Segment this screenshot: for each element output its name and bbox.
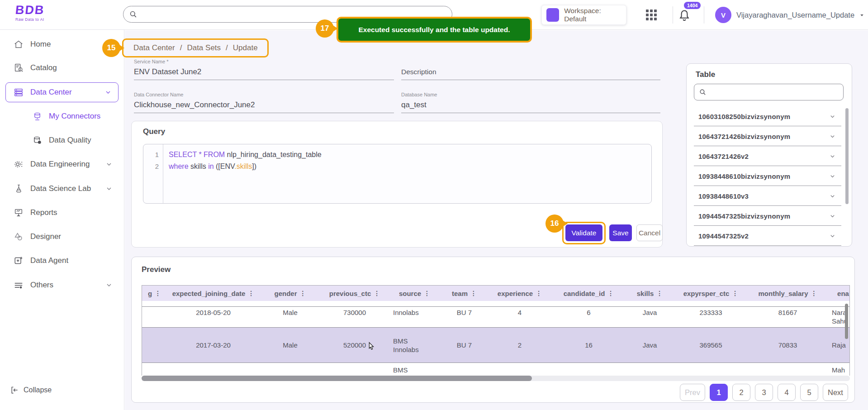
sql-editor[interactable]: 1 2 SELECT * FROM nlp_hiring_data_testin… — [143, 144, 652, 204]
sidebar-item-label: My Connectors — [49, 112, 100, 121]
column-header[interactable]: experience⋮ — [488, 286, 551, 301]
table-row-highlighted[interactable]: 2017-03-20 Male 520000 BMS Innolabs BU 7… — [142, 328, 850, 363]
table-list-item[interactable]: 10643721426v2 — [687, 146, 846, 166]
sidebar-item-label: Home — [30, 40, 51, 49]
sidebar-item-designer[interactable]: Designer — [0, 227, 124, 247]
column-header[interactable]: source⋮ — [389, 286, 441, 301]
breadcrumb-data-center[interactable]: Data Center — [133, 43, 175, 52]
sidebar-item-others[interactable]: Others — [0, 275, 124, 295]
table-row[interactable]: 2018-05-20 Male 730000 Innolabs BU 7 4 6… — [142, 307, 850, 328]
topbar-divider — [704, 6, 704, 24]
partial-row-edge — [142, 301, 850, 307]
preview-table-header: g⋮ expected_joining_date⋮ gender⋮ previo… — [142, 286, 850, 301]
chevron-down-icon[interactable] — [829, 153, 836, 160]
service-name-field[interactable]: ENV Dataset June2 — [134, 67, 201, 76]
sql-line-2: where skills in ([ENV.skills]) — [169, 161, 651, 172]
table-list-item[interactable]: 10938448610v3 — [687, 186, 846, 206]
table-panel: Table 10603108250bizvizsynonym 106437214… — [686, 63, 852, 247]
table-list-item[interactable]: 10643721426bizvizsynonym — [687, 126, 846, 146]
sidebar-item-data-science-lab[interactable]: Data Science Lab — [0, 179, 124, 199]
cancel-button[interactable]: Cancel — [636, 224, 663, 241]
pagination-next-button[interactable]: Next — [823, 384, 848, 401]
chevron-down-icon[interactable] — [829, 133, 836, 140]
connectors-icon — [33, 112, 42, 121]
app-logo[interactable]: BDB Raw Data to AI — [15, 3, 74, 22]
sidebar: Home Catalog Data Center My Connectors D… — [0, 30, 124, 410]
data-connector-name-field[interactable]: Clickhouse_new_Connector_June2 — [134, 100, 255, 110]
column-header[interactable]: previous_ctc⋮ — [321, 286, 389, 301]
save-button[interactable]: Save — [609, 224, 632, 241]
pagination-page-5[interactable]: 5 — [800, 384, 818, 401]
pagination-page-2[interactable]: 2 — [732, 384, 750, 401]
user-menu[interactable]: Vijayaraghavan_Username_Update — [736, 0, 865, 30]
table-list-scrollbar[interactable] — [845, 108, 849, 204]
column-menu-icon[interactable]: ⋮ — [248, 290, 254, 297]
field-underline — [134, 80, 394, 80]
sidebar-item-reports[interactable]: Reports — [0, 203, 124, 223]
column-header[interactable]: expyrsper_ctc⋮ — [674, 286, 748, 301]
sidebar-item-data-center[interactable]: Data Center — [5, 82, 119, 102]
column-menu-icon[interactable]: ⋮ — [656, 290, 663, 297]
column-header[interactable]: candidate_id⋮ — [551, 286, 626, 301]
workspace-selector[interactable]: Workspace: Default — [541, 5, 626, 25]
chevron-down-icon[interactable] — [829, 173, 836, 180]
breadcrumb-separator: / — [180, 43, 182, 52]
sidebar-collapse-button[interactable]: Collapse — [10, 386, 52, 395]
column-header[interactable]: ena⋮ — [827, 286, 850, 301]
column-menu-icon[interactable]: ⋮ — [811, 290, 817, 297]
column-header[interactable]: g⋮ — [142, 286, 167, 301]
description-field[interactable]: Description — [401, 68, 436, 76]
chevron-down-icon[interactable] — [829, 193, 836, 200]
pagination-prev-button[interactable]: Prev — [680, 384, 705, 401]
column-header[interactable]: skills⋮ — [626, 286, 674, 301]
column-menu-icon[interactable]: ⋮ — [300, 290, 306, 297]
column-menu-icon[interactable]: ⋮ — [155, 290, 161, 297]
pagination-page-1[interactable]: 1 — [710, 384, 728, 401]
table-row-partial[interactable]: BMS Mah — [142, 363, 850, 376]
preview-vertical-scrollbar[interactable] — [845, 304, 848, 339]
flask-icon — [14, 184, 24, 194]
chevron-down-icon — [104, 89, 112, 96]
sidebar-item-catalog[interactable]: Catalog — [0, 58, 124, 78]
column-menu-icon[interactable]: ⋮ — [424, 290, 430, 297]
table-list-item[interactable]: 10938448610bizvizsynonym — [687, 166, 846, 186]
preview-horizontal-scrollbar-thumb[interactable] — [142, 376, 532, 381]
table-search[interactable] — [694, 84, 844, 100]
breadcrumb-update[interactable]: Update — [233, 43, 258, 52]
sidebar-item-label: Data Engineering — [30, 160, 90, 169]
column-menu-icon[interactable]: ⋮ — [470, 290, 477, 297]
table-list-item[interactable]: 10944547325v2 — [687, 226, 846, 246]
column-menu-icon[interactable]: ⋮ — [536, 290, 542, 297]
column-menu-icon[interactable]: ⋮ — [374, 290, 380, 297]
logo-tagline: Raw Data to AI — [15, 17, 74, 22]
sidebar-item-data-engineering[interactable]: Data Engineering — [0, 154, 124, 174]
reports-icon — [14, 208, 24, 218]
column-header[interactable]: expected_joining_date⋮ — [167, 286, 260, 301]
home-icon — [14, 39, 24, 49]
column-menu-icon[interactable]: ⋮ — [732, 290, 738, 297]
sql-line-1: SELECT * FROM nlp_hiring_data_testing_ta… — [169, 149, 651, 161]
table-list-item[interactable]: 10603108250bizvizsynonym — [687, 106, 846, 126]
preview-horizontal-scrollbar-track[interactable] — [142, 376, 850, 381]
database-name-field[interactable]: qa_test — [401, 100, 427, 110]
sidebar-item-data-quality[interactable]: Data Quality — [0, 130, 124, 150]
user-avatar[interactable]: V — [715, 7, 731, 23]
notifications-bell-icon[interactable] — [678, 9, 691, 24]
pagination-page-3[interactable]: 3 — [755, 384, 773, 401]
column-header[interactable]: team⋮ — [441, 286, 488, 301]
table-search-input[interactable] — [710, 89, 839, 96]
column-menu-icon[interactable]: ⋮ — [607, 290, 614, 297]
sidebar-item-my-connectors[interactable]: My Connectors — [0, 106, 124, 126]
chevron-down-icon[interactable] — [829, 233, 836, 239]
table-list-item[interactable]: 10944547325bizvizsynonym — [687, 206, 846, 226]
column-header[interactable]: monthly_salary⋮ — [748, 286, 827, 301]
pagination-page-4[interactable]: 4 — [778, 384, 796, 401]
sql-code[interactable]: SELECT * FROM nlp_hiring_data_testing_ta… — [163, 144, 651, 203]
apps-grid-icon[interactable] — [646, 10, 658, 21]
annotation-badge-16: 16 — [545, 215, 564, 233]
column-header[interactable]: gender⋮ — [260, 286, 321, 301]
breadcrumb-data-sets[interactable]: Data Sets — [187, 43, 221, 52]
chevron-down-icon[interactable] — [829, 113, 836, 120]
chevron-down-icon[interactable] — [829, 213, 836, 219]
sidebar-item-data-agent[interactable]: Data Agent — [0, 251, 124, 271]
